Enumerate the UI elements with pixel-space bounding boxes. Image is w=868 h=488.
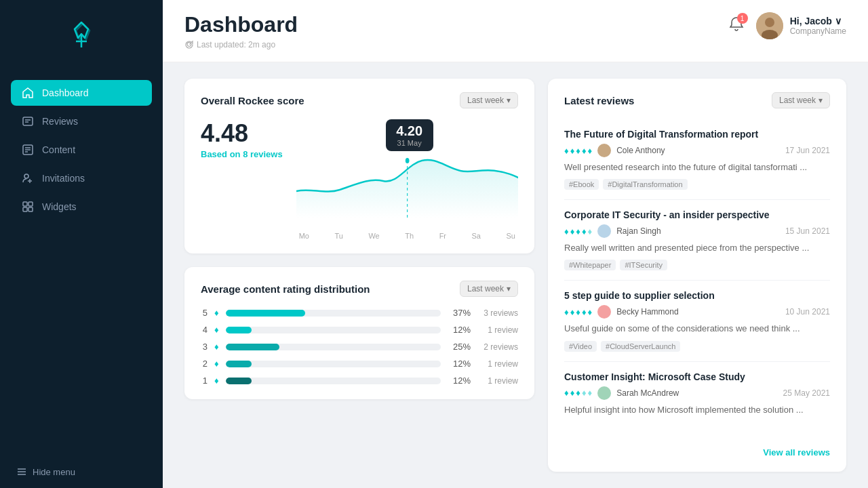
review-count-2: 1 review bbox=[477, 359, 518, 369]
review-title-2: Corporate IT Security - an insider persp… bbox=[564, 209, 830, 220]
review-meta-3: ♦ ♦ ♦ ♦ ♦ Becky Hammond 10 Jun 2021 bbox=[564, 305, 830, 319]
score-card-header: Overall Rockee score Last week ▾ bbox=[201, 92, 518, 108]
sidebar-item-dashboard[interactable]: Dashboard bbox=[11, 80, 152, 106]
rating-row-5: 5 ♦ 37% 3 reviews bbox=[201, 308, 518, 318]
diamond-1-icon: ♦ bbox=[214, 375, 219, 386]
tag-video: #Video bbox=[564, 341, 597, 352]
review-count-4: 1 review bbox=[477, 325, 518, 335]
bar-fill-5 bbox=[226, 310, 305, 317]
score-card: Overall Rockee score Last week ▾ 4.48 Ba… bbox=[184, 79, 534, 253]
bar-track-4 bbox=[226, 327, 441, 333]
svg-point-22 bbox=[765, 18, 774, 27]
svg-rect-17 bbox=[28, 207, 33, 211]
review-tags-2: #Whitepaper #ITSecurity bbox=[564, 260, 830, 270]
score-chart: 4.20 31 May bbox=[296, 119, 518, 240]
rating-row-1: 1 ♦ 12% 1 review bbox=[201, 375, 518, 386]
review-meta-4: ♦ ♦ ♦ ♦ ♦ Sarah McAndrew 25 May 2021 bbox=[564, 386, 830, 400]
stars-1: ♦ ♦ ♦ ♦ ♦ bbox=[564, 146, 592, 156]
distribution-filter-button[interactable]: Last week ▾ bbox=[460, 281, 518, 297]
user-text: Hi, Jacob ∨ CompanyName bbox=[790, 16, 846, 36]
reviewer-name-3: Becky Hammond bbox=[616, 307, 678, 317]
rating-rows: 5 ♦ 37% 3 reviews 4 ♦ 12% 1 review bbox=[201, 308, 518, 386]
stars-4: ♦ ♦ ♦ ♦ ♦ bbox=[564, 388, 592, 398]
reviews-card-header: Latest reviews Last week ▾ bbox=[564, 92, 830, 108]
review-item-4: Customer Insight: Microsoft Case Study ♦… bbox=[564, 362, 830, 431]
distribution-card: Average content rating distribution Last… bbox=[184, 267, 534, 399]
pct-label-5: 37% bbox=[448, 308, 471, 318]
avatar-image bbox=[756, 12, 783, 39]
rating-row-3: 3 ♦ 25% 2 reviews bbox=[201, 342, 518, 352]
tag-digitaltransformation: #DigitalTransformation bbox=[603, 179, 687, 190]
review-item-1: The Future of Digital Transformation rep… bbox=[564, 119, 830, 200]
svg-point-11 bbox=[24, 174, 28, 178]
header: Dashboard Last updated: 2m ago 1 bbox=[163, 0, 868, 62]
review-meta-1: ♦ ♦ ♦ ♦ ♦ Cole Anthony 17 Jun 2021 bbox=[564, 144, 830, 157]
svg-point-25 bbox=[405, 157, 410, 164]
hide-menu-button[interactable]: Hide menu bbox=[0, 455, 163, 488]
reviewer-name-1: Cole Anthony bbox=[616, 146, 665, 155]
svg-rect-4 bbox=[23, 117, 33, 125]
bar-track-2 bbox=[226, 361, 441, 367]
pct-label-2: 12% bbox=[448, 359, 471, 369]
distribution-card-title: Average content rating distribution bbox=[201, 283, 370, 295]
review-count-3: 2 reviews bbox=[477, 342, 518, 352]
view-all-reviews[interactable]: View all reviews bbox=[564, 446, 830, 458]
bar-fill-4 bbox=[226, 327, 252, 333]
pct-label-3: 25% bbox=[448, 342, 471, 352]
review-count-5: 3 reviews bbox=[477, 308, 518, 318]
review-count-label: Based on 8 reviews bbox=[201, 149, 283, 159]
tooltip-score: 4.20 bbox=[395, 123, 424, 139]
bar-fill-1 bbox=[226, 378, 252, 384]
sidebar-item-content[interactable]: Content bbox=[11, 137, 152, 163]
sidebar-nav: Dashboard Reviews Content bbox=[0, 66, 163, 455]
home-icon bbox=[22, 87, 34, 99]
review-tags-1: #Ebook #DigitalTransformation bbox=[564, 179, 830, 190]
review-tags-3: #Video #CloudServerLaunch bbox=[564, 341, 830, 352]
review-date-4: 25 May 2021 bbox=[783, 388, 830, 398]
diamond-4-icon: ♦ bbox=[214, 325, 219, 335]
reviewer-avatar-4 bbox=[597, 386, 611, 400]
tag-ebook: #Ebook bbox=[564, 179, 599, 190]
user-company: CompanyName bbox=[790, 26, 846, 36]
user-menu[interactable]: Hi, Jacob ∨ CompanyName bbox=[756, 12, 846, 39]
reviewer-avatar-3 bbox=[597, 305, 611, 319]
reviews-filter-button[interactable]: Last week ▾ bbox=[772, 92, 830, 108]
dashboard-body: Overall Rockee score Last week ▾ 4.48 Ba… bbox=[163, 62, 868, 488]
diamond-2-icon: ♦ bbox=[214, 359, 219, 369]
reviewer-name-2: Rajan Singh bbox=[616, 226, 660, 236]
refresh-icon bbox=[184, 40, 194, 49]
bar-fill-3 bbox=[226, 344, 279, 350]
score-display: 4.48 Based on 8 reviews bbox=[201, 119, 283, 159]
main-content: Dashboard Last updated: 2m ago 1 bbox=[163, 0, 868, 488]
pct-label-4: 12% bbox=[448, 325, 471, 335]
bar-fill-2 bbox=[226, 361, 252, 367]
score-filter-button[interactable]: Last week ▾ bbox=[460, 92, 518, 108]
widgets-icon bbox=[22, 201, 34, 213]
reviews-card-title: Latest reviews bbox=[564, 95, 634, 106]
sidebar-item-invitations[interactable]: Invitations bbox=[11, 165, 152, 191]
review-text-2: Really well written and presented piece … bbox=[564, 242, 830, 254]
stars-2: ♦ ♦ ♦ ♦ ♦ bbox=[564, 226, 592, 237]
x-axis-labels: Mo Tu We Th Fr Sa Su bbox=[296, 232, 518, 240]
x-label-we: We bbox=[368, 232, 379, 240]
svg-rect-16 bbox=[23, 207, 27, 211]
reviewer-name-4: Sarah McAndrew bbox=[616, 388, 679, 398]
logo-icon bbox=[64, 19, 98, 53]
x-label-mo: Mo bbox=[299, 232, 309, 240]
x-label-tu: Tu bbox=[334, 232, 342, 240]
reviews-icon bbox=[22, 115, 34, 127]
notification-button[interactable]: 1 bbox=[728, 16, 745, 36]
review-text-4: Helpful insight into how Microsoft imple… bbox=[564, 404, 830, 416]
sidebar-item-reviews[interactable]: Reviews bbox=[11, 108, 152, 134]
sidebar-item-widgets[interactable]: Widgets bbox=[11, 194, 152, 220]
distribution-card-header: Average content rating distribution Last… bbox=[201, 281, 518, 297]
reviews-list: The Future of Digital Transformation rep… bbox=[564, 119, 830, 438]
menu-icon bbox=[16, 466, 27, 477]
pct-label-1: 12% bbox=[448, 375, 471, 386]
x-label-sa: Sa bbox=[472, 232, 481, 240]
avatar bbox=[756, 12, 783, 39]
reviewer-avatar-1 bbox=[597, 144, 611, 157]
review-item-2: Corporate IT Security - an insider persp… bbox=[564, 200, 830, 281]
x-label-fr: Fr bbox=[439, 232, 446, 240]
bar-track-1 bbox=[226, 378, 441, 384]
